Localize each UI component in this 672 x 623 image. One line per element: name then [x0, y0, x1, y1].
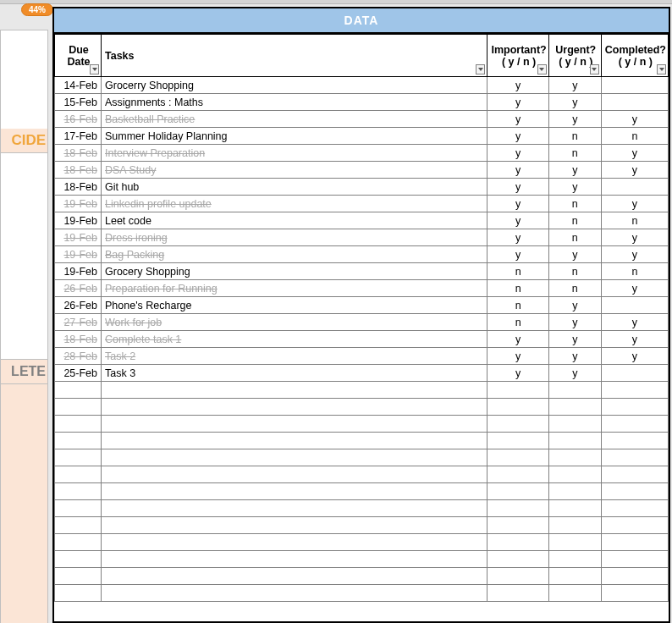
cell-important[interactable]: y: [487, 179, 548, 196]
col-header-urgent[interactable]: Urgent? ( y / n ): [548, 35, 601, 77]
cell-date[interactable]: [55, 500, 102, 517]
cell-urgent[interactable]: [548, 534, 601, 551]
cell-task[interactable]: Basketball Practice: [102, 111, 487, 128]
cell-urgent[interactable]: y: [548, 77, 601, 94]
cell-date[interactable]: 18-Feb: [55, 331, 102, 348]
table-row[interactable]: 19-FebGrocery Shoppingnnn: [55, 263, 669, 280]
cell-urgent[interactable]: [548, 500, 601, 517]
cell-urgent[interactable]: n: [548, 280, 601, 297]
cell-urgent[interactable]: [548, 449, 601, 466]
table-row[interactable]: 19-FebLeet codeynn: [55, 212, 669, 229]
cell-completed[interactable]: [601, 433, 668, 449]
cell-urgent[interactable]: y: [548, 162, 601, 179]
cell-date[interactable]: 27-Feb: [55, 314, 102, 331]
cell-date[interactable]: [55, 466, 102, 483]
table-row[interactable]: 19-FebBag Packingyyy: [55, 246, 669, 263]
cell-important[interactable]: y: [487, 162, 548, 179]
cell-urgent[interactable]: [548, 517, 601, 534]
cell-task[interactable]: [102, 466, 487, 483]
cell-task[interactable]: [102, 399, 487, 416]
cell-completed[interactable]: [601, 483, 668, 500]
table-row[interactable]: 19-FebLinkedin profile updateyny: [55, 196, 669, 212]
cell-task[interactable]: [102, 568, 487, 585]
cell-task[interactable]: Bag Packing: [102, 246, 487, 263]
cell-important[interactable]: y: [487, 246, 548, 263]
cell-important[interactable]: [487, 433, 548, 449]
cell-urgent[interactable]: y: [548, 314, 601, 331]
table-row[interactable]: 18-FebInterview Preparationyny: [55, 145, 669, 162]
cell-task[interactable]: Task 2: [102, 348, 487, 365]
cell-important[interactable]: y: [487, 196, 548, 212]
cell-completed[interactable]: [601, 365, 668, 382]
cell-important[interactable]: [487, 551, 548, 568]
table-row-empty[interactable]: [55, 466, 669, 483]
cell-important[interactable]: y: [487, 111, 548, 128]
cell-date[interactable]: [55, 551, 102, 568]
table-row[interactable]: 26-FebPhone's Rechargeny: [55, 297, 669, 314]
cell-urgent[interactable]: y: [548, 179, 601, 196]
table-row[interactable]: 27-FebWork for jobnyy: [55, 314, 669, 331]
cell-urgent[interactable]: [548, 416, 601, 433]
cell-important[interactable]: y: [487, 94, 548, 111]
cell-urgent[interactable]: n: [548, 196, 601, 212]
table-row-empty[interactable]: [55, 534, 669, 551]
table-row-empty[interactable]: [55, 483, 669, 500]
cell-task[interactable]: [102, 483, 487, 500]
cell-completed[interactable]: y: [601, 196, 668, 212]
cell-completed[interactable]: y: [601, 229, 668, 246]
cell-task[interactable]: Work for job: [102, 314, 487, 331]
cell-important[interactable]: [487, 399, 548, 416]
cell-date[interactable]: 17-Feb: [55, 128, 102, 145]
cell-important[interactable]: y: [487, 77, 548, 94]
cell-task[interactable]: Linkedin profile update: [102, 196, 487, 212]
cell-task[interactable]: Preparation for Running: [102, 280, 487, 297]
tasks-table[interactable]: Due Date Tasks Important? ( y / n ) Urge…: [54, 34, 669, 602]
cell-urgent[interactable]: [548, 568, 601, 585]
cell-important[interactable]: [487, 483, 548, 500]
cell-date[interactable]: [55, 399, 102, 416]
cell-urgent[interactable]: [548, 399, 601, 416]
cell-urgent[interactable]: y: [548, 348, 601, 365]
cell-date[interactable]: 19-Feb: [55, 246, 102, 263]
cell-urgent[interactable]: [548, 483, 601, 500]
cell-important[interactable]: [487, 449, 548, 466]
cell-urgent[interactable]: [548, 466, 601, 483]
table-row[interactable]: 28-FebTask 2yyy: [55, 348, 669, 365]
table-row-empty[interactable]: [55, 568, 669, 585]
cell-important[interactable]: y: [487, 365, 548, 382]
cell-completed[interactable]: [601, 382, 668, 399]
cell-date[interactable]: [55, 483, 102, 500]
cell-task[interactable]: [102, 551, 487, 568]
cell-completed[interactable]: [601, 399, 668, 416]
cell-important[interactable]: [487, 568, 548, 585]
col-header-tasks[interactable]: Tasks: [102, 35, 487, 77]
cell-date[interactable]: [55, 416, 102, 433]
table-row-empty[interactable]: [55, 399, 669, 416]
filter-icon[interactable]: [590, 64, 599, 74]
cell-completed[interactable]: [601, 466, 668, 483]
cell-task[interactable]: Grocerry Shopping: [102, 77, 487, 94]
cell-urgent[interactable]: [548, 433, 601, 449]
cell-urgent[interactable]: n: [548, 263, 601, 280]
cell-date[interactable]: 26-Feb: [55, 280, 102, 297]
cell-task[interactable]: [102, 449, 487, 466]
table-row-empty[interactable]: [55, 585, 669, 602]
cell-urgent[interactable]: y: [548, 94, 601, 111]
cell-urgent[interactable]: [548, 551, 601, 568]
cell-important[interactable]: n: [487, 314, 548, 331]
col-header-completed[interactable]: Completed? ( y / n ): [601, 35, 668, 77]
cell-urgent[interactable]: y: [548, 365, 601, 382]
cell-important[interactable]: y: [487, 128, 548, 145]
cell-task[interactable]: Complete task 1: [102, 331, 487, 348]
cell-urgent[interactable]: [548, 382, 601, 399]
cell-completed[interactable]: y: [601, 331, 668, 348]
cell-important[interactable]: n: [487, 297, 548, 314]
cell-important[interactable]: n: [487, 280, 548, 297]
cell-urgent[interactable]: [548, 585, 601, 602]
cell-task[interactable]: Interview Preparation: [102, 145, 487, 162]
cell-completed[interactable]: [601, 534, 668, 551]
cell-task[interactable]: [102, 585, 487, 602]
cell-completed[interactable]: y: [601, 246, 668, 263]
cell-important[interactable]: [487, 416, 548, 433]
cell-task[interactable]: [102, 433, 487, 449]
